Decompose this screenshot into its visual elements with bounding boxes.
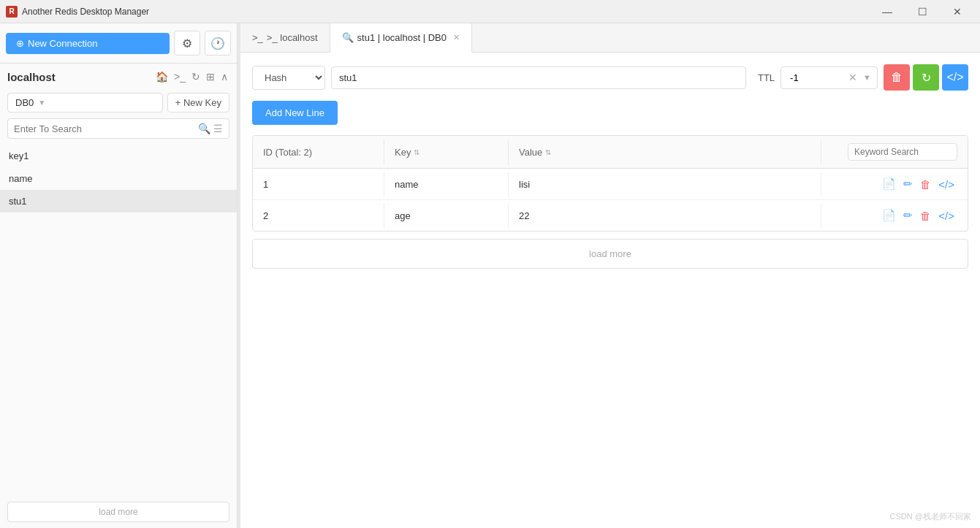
db-select-dropdown[interactable]: DB0 ▼: [7, 93, 163, 112]
main-layout: ⊕ New Connection ⚙ 🕐 localhost 🏠 >_ ↻ ⊞ …: [0, 23, 980, 528]
gear-icon: ⚙: [182, 37, 192, 50]
refresh-server-button[interactable]: ↻: [190, 69, 202, 84]
minimize-button[interactable]: —: [870, 0, 904, 23]
maximize-button[interactable]: ☐: [905, 0, 939, 23]
refresh-key-button[interactable]: ↻: [913, 64, 939, 91]
row2-edit-button[interactable]: ✏: [902, 207, 914, 223]
action-buttons: 🗑 ↻ </>: [884, 64, 968, 91]
ttl-input[interactable]: [787, 67, 846, 88]
app-title: Another Redis Desktop Manager: [22, 7, 870, 17]
terminal-icon-button[interactable]: >_: [172, 69, 187, 84]
row2-code-button[interactable]: </>: [937, 207, 956, 223]
key-item-key1[interactable]: key1: [0, 145, 237, 167]
ttl-container: ✕ ▼: [780, 66, 878, 89]
key-name-input[interactable]: [331, 66, 746, 89]
titlebar: R Another Redis Desktop Manager — ☐ ✕: [0, 0, 980, 23]
new-connection-button[interactable]: ⊕ New Connection: [6, 33, 170, 54]
row1-delete-button[interactable]: 🗑: [919, 176, 932, 192]
chevron-down-icon: ▼: [38, 99, 45, 107]
th-value: Value ⇅: [509, 139, 821, 165]
row2-delete-button[interactable]: 🗑: [919, 207, 932, 223]
grid-icon-button[interactable]: ⊞: [205, 69, 216, 84]
window-controls: — ☐ ✕: [870, 0, 974, 23]
filter-icon-button[interactable]: ☰: [213, 123, 223, 134]
data-table: ID (Total: 2) Key ⇅ Value ⇅: [252, 135, 968, 232]
table-row: 1 name lisi 📄 ✏ 🗑 </>: [253, 169, 968, 200]
value-sort-icon: ⇅: [545, 148, 551, 156]
search-input[interactable]: [14, 123, 195, 134]
server-header: localhost 🏠 >_ ↻ ⊞ ∧: [0, 64, 237, 90]
table-header: ID (Total: 2) Key ⇅ Value ⇅: [253, 136, 968, 169]
server-name: localhost: [7, 71, 150, 83]
new-key-label: + New Key: [175, 97, 221, 108]
ttl-dropdown-button[interactable]: ▼: [860, 72, 874, 83]
tab-close-button[interactable]: ✕: [453, 33, 460, 42]
db-controls: DB0 ▼ + New Key: [0, 90, 237, 118]
row1-edit-button[interactable]: ✏: [902, 176, 914, 192]
tab-localhost[interactable]: >_ >_ localhost: [240, 23, 330, 53]
key-editor: Hash String List Set ZSet TTL ✕ ▼ 🗑 ↻ </…: [240, 53, 980, 528]
td-row1-key: name: [384, 172, 509, 197]
clock-icon: 🕐: [210, 37, 225, 50]
row2-view-button[interactable]: 📄: [881, 207, 897, 223]
sidebar-top: ⊕ New Connection ⚙ 🕐: [0, 23, 237, 64]
watermark: CSDN @栈老师不回家: [890, 511, 971, 522]
td-row1-actions: 📄 ✏ 🗑 </>: [821, 169, 968, 199]
td-row1-value: lisi: [509, 172, 821, 197]
collapse-button[interactable]: ∧: [219, 69, 229, 84]
th-id: ID (Total: 2): [253, 139, 384, 165]
new-connection-label: New Connection: [28, 38, 97, 49]
db-select-value: DB0: [15, 97, 34, 108]
server-actions: 🏠 >_ ↻ ⊞ ∧: [154, 69, 229, 84]
settings-icon-button[interactable]: ⚙: [174, 31, 200, 56]
table-row: 2 age 22 📄 ✏ 🗑 </>: [253, 200, 968, 231]
terminal-tab-icon: >_: [252, 32, 263, 43]
plus-icon: ⊕: [16, 38, 24, 49]
ttl-clear-button[interactable]: ✕: [846, 70, 860, 85]
sidebar: ⊕ New Connection ⚙ 🕐 localhost 🏠 >_ ↻ ⊞ …: [0, 23, 238, 528]
td-row2-key: age: [384, 203, 509, 229]
key-meta-bar: Hash String List Set ZSet TTL ✕ ▼ 🗑 ↻ </…: [252, 64, 968, 91]
tab-localhost-label: >_ localhost: [267, 32, 318, 43]
close-button[interactable]: ✕: [941, 0, 974, 23]
key-list: key1 name stu1: [0, 145, 237, 496]
search-bar: 🔍 ☰: [7, 118, 229, 139]
th-search: [821, 136, 968, 168]
add-new-line-button[interactable]: Add New Line: [252, 101, 338, 125]
key-sort-icon: ⇅: [414, 148, 419, 156]
td-row2-actions: 📄 ✏ 🗑 </>: [821, 200, 968, 231]
code-view-button[interactable]: </>: [942, 64, 968, 91]
td-row1-id: 1: [253, 172, 384, 197]
key-item-name[interactable]: name: [0, 167, 237, 190]
td-row2-id: 2: [253, 203, 384, 229]
content-area: >_ >_ localhost 🔍 stu1 | localhost | DB0…: [240, 23, 980, 528]
search-tab-icon: 🔍: [342, 32, 354, 43]
new-key-button[interactable]: + New Key: [167, 93, 229, 112]
delete-key-button[interactable]: 🗑: [884, 64, 910, 91]
row1-code-button[interactable]: </>: [937, 176, 956, 192]
app-icon: R: [6, 6, 18, 18]
load-more-table-button[interactable]: load more: [252, 239, 968, 269]
key-type-select[interactable]: Hash String List Set ZSet: [252, 66, 325, 90]
td-row2-value: 22: [509, 203, 821, 229]
search-icon-button[interactable]: 🔍: [198, 123, 210, 134]
key-item-stu1[interactable]: stu1: [0, 190, 237, 213]
th-key: Key ⇅: [384, 139, 509, 165]
history-icon-button[interactable]: 🕐: [205, 31, 231, 56]
tab-stu1[interactable]: 🔍 stu1 | localhost | DB0 ✕: [330, 23, 472, 53]
tab-bar: >_ >_ localhost 🔍 stu1 | localhost | DB0…: [240, 23, 980, 53]
tab-stu1-label: stu1 | localhost | DB0: [357, 32, 447, 43]
keyword-search-input[interactable]: [848, 143, 957, 161]
row1-view-button[interactable]: 📄: [881, 176, 897, 192]
ttl-label: TTL: [758, 72, 775, 83]
home-icon-button[interactable]: 🏠: [154, 69, 170, 84]
load-more-sidebar-button[interactable]: load more: [7, 502, 229, 522]
